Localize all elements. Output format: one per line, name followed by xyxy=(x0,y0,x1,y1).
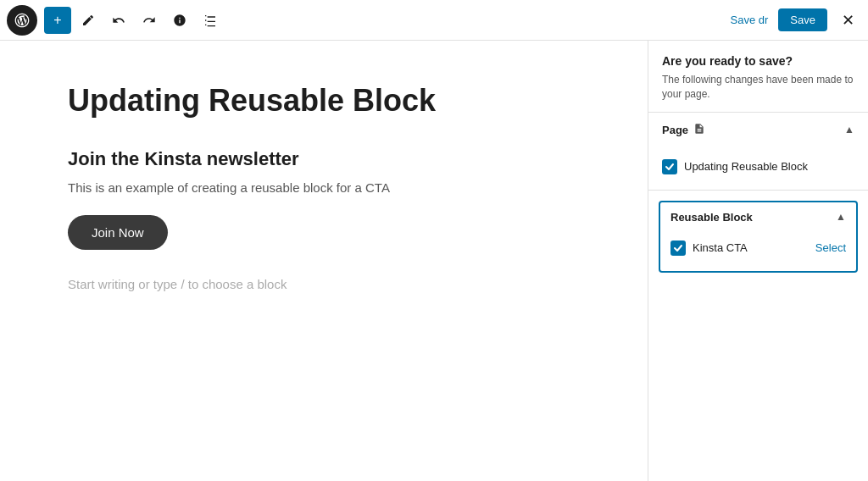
page-checkbox-row: Updating Reusable Block xyxy=(662,154,854,180)
reusable-item-label: Kinsta CTA xyxy=(693,241,809,254)
join-now-button[interactable]: Join Now xyxy=(68,215,168,250)
page-title: Updating Reusable Block xyxy=(68,81,580,121)
block-heading[interactable]: Join the Kinsta newsletter xyxy=(68,148,580,170)
wp-logo[interactable] xyxy=(7,5,37,36)
page-section-chevron: ▲ xyxy=(844,124,854,135)
edit-tool-button[interactable] xyxy=(75,7,102,34)
panel-subtitle: The following changes have been made to … xyxy=(662,73,854,102)
toolbar: + Save dr Save ✕ xyxy=(0,0,868,41)
page-checkbox[interactable] xyxy=(662,159,677,174)
reusable-section-chevron: ▲ xyxy=(836,211,846,223)
reusable-section-content: Kinsta CTA Select xyxy=(660,232,856,271)
save-draft-button[interactable]: Save dr xyxy=(724,8,776,31)
reusable-section-label: Reusable Block xyxy=(670,211,753,224)
select-button[interactable]: Select xyxy=(815,241,846,254)
block-text: This is an example of creating a reusabl… xyxy=(68,180,580,195)
redo-button[interactable] xyxy=(136,7,163,34)
main-layout: Updating Reusable Block Join the Kinsta … xyxy=(0,41,868,481)
close-button[interactable]: ✕ xyxy=(834,7,861,34)
reusable-checkbox-row: Kinsta CTA Select xyxy=(670,235,846,261)
save-button[interactable]: Save xyxy=(778,8,827,31)
page-section-header[interactable]: Page ▲ xyxy=(648,113,868,147)
page-icon xyxy=(693,123,705,137)
page-section-label: Page xyxy=(662,124,688,136)
sidebar-panel: Are you ready to save? The following cha… xyxy=(648,41,868,481)
list-view-button[interactable] xyxy=(197,7,224,34)
reusable-checkbox[interactable] xyxy=(670,240,686,256)
panel-header: Are you ready to save? The following cha… xyxy=(648,41,868,113)
page-section: Page ▲ Updating Reusable Block xyxy=(648,113,868,191)
page-item-label: Updating Reusable Block xyxy=(684,160,854,173)
reusable-section-header[interactable]: Reusable Block ▲ xyxy=(660,202,856,232)
panel-title: Are you ready to save? xyxy=(662,54,854,68)
info-button[interactable] xyxy=(166,7,193,34)
add-block-button[interactable]: + xyxy=(44,7,71,34)
undo-button[interactable] xyxy=(105,7,132,34)
editor-area: Updating Reusable Block Join the Kinsta … xyxy=(0,41,648,481)
page-section-content: Updating Reusable Block xyxy=(648,147,868,190)
write-placeholder[interactable]: Start writing or type / to choose a bloc… xyxy=(68,277,580,291)
reusable-block-section: Reusable Block ▲ Kinsta CTA Select xyxy=(659,201,858,273)
